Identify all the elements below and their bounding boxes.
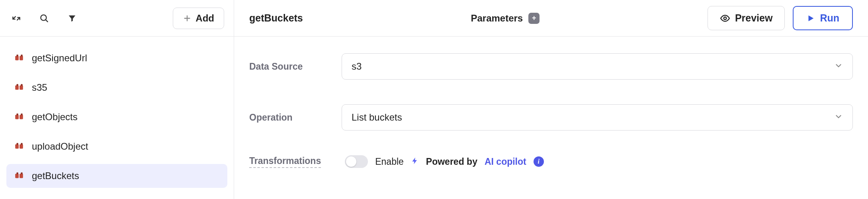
- sidebar-toolbar: Add: [0, 0, 234, 37]
- add-parameter-button[interactable]: +: [528, 13, 540, 24]
- svg-point-21: [724, 17, 727, 20]
- main-header: getBuckets Parameters + Preview Run: [234, 0, 868, 37]
- operation-label: Operation: [249, 112, 342, 123]
- query-item-label: uploadObject: [32, 141, 88, 152]
- enable-label: Enable: [375, 156, 404, 167]
- svg-rect-14: [20, 144, 23, 149]
- svg-rect-16: [21, 143, 22, 144]
- preview-button-label: Preview: [735, 12, 773, 24]
- query-icon: [14, 111, 25, 123]
- chevron-down-icon: [834, 61, 843, 72]
- sidebar-item-uploadobject[interactable]: uploadObject: [6, 135, 227, 158]
- query-item-label: getBuckets: [32, 170, 79, 181]
- data-source-value: s3: [352, 61, 362, 72]
- operation-select[interactable]: List buckets: [342, 104, 853, 131]
- main-panel: getBuckets Parameters + Preview Run Data…: [234, 0, 868, 199]
- toolbar-left: [10, 12, 79, 25]
- svg-rect-11: [17, 113, 18, 115]
- sidebar-item-getsignedurl[interactable]: getSignedUrl: [6, 46, 227, 70]
- powered-by-label: Powered by: [426, 156, 477, 167]
- sidebar-item-s35[interactable]: s35: [6, 76, 227, 100]
- eye-icon: [720, 13, 730, 23]
- svg-rect-6: [20, 86, 23, 90]
- operation-row: Operation List buckets: [249, 104, 853, 131]
- svg-rect-13: [15, 144, 19, 149]
- search-icon[interactable]: [37, 12, 51, 25]
- data-source-row: Data Source s3: [249, 53, 853, 80]
- ai-copilot-link[interactable]: AI copilot: [485, 156, 526, 167]
- play-icon: [806, 14, 815, 23]
- query-item-label: getSignedUrl: [32, 53, 87, 64]
- form-area: Data Source s3 Operation List buckets Tr…: [234, 37, 868, 185]
- svg-rect-15: [17, 143, 18, 144]
- svg-rect-5: [15, 86, 19, 90]
- transformations-row: Transformations Enable Powered by AI cop…: [249, 155, 853, 168]
- enable-toggle[interactable]: [345, 155, 368, 168]
- svg-rect-20: [21, 172, 22, 174]
- svg-rect-10: [20, 115, 23, 119]
- query-icon: [14, 82, 25, 93]
- query-icon: [14, 53, 25, 64]
- svg-rect-17: [15, 174, 19, 178]
- sidebar: Add getSignedUrl s35 getObjects uploa: [0, 0, 234, 199]
- sidebar-item-getbuckets[interactable]: getBuckets: [6, 164, 227, 188]
- query-item-label: s35: [32, 82, 47, 93]
- run-button-label: Run: [820, 12, 839, 24]
- header-center: Parameters +: [311, 13, 700, 24]
- operation-value: List buckets: [352, 112, 402, 123]
- add-button-label: Add: [195, 13, 214, 24]
- plus-icon: [183, 14, 192, 23]
- svg-rect-9: [15, 115, 19, 119]
- svg-rect-4: [21, 55, 22, 56]
- collapse-icon[interactable]: [10, 12, 23, 25]
- bolt-icon: [411, 156, 419, 167]
- svg-rect-18: [20, 174, 23, 178]
- query-icon: [14, 170, 25, 181]
- data-source-label: Data Source: [249, 61, 342, 72]
- run-button[interactable]: Run: [793, 6, 853, 30]
- chevron-down-icon: [834, 112, 843, 123]
- info-icon[interactable]: i: [534, 156, 544, 167]
- query-item-label: getObjects: [32, 111, 78, 123]
- svg-rect-2: [20, 56, 23, 60]
- sidebar-item-getobjects[interactable]: getObjects: [6, 105, 227, 129]
- parameters-label: Parameters: [471, 13, 523, 24]
- query-icon: [14, 141, 25, 152]
- preview-button[interactable]: Preview: [708, 6, 785, 30]
- svg-rect-3: [17, 55, 18, 56]
- data-source-select[interactable]: s3: [342, 53, 853, 80]
- toggle-knob: [346, 156, 356, 167]
- svg-rect-7: [17, 84, 18, 86]
- svg-rect-12: [21, 113, 22, 115]
- svg-rect-19: [17, 172, 18, 174]
- transformations-label: Transformations: [249, 156, 321, 168]
- query-title: getBuckets: [249, 12, 303, 24]
- header-actions: Preview Run: [708, 6, 853, 30]
- svg-rect-8: [21, 84, 22, 86]
- query-list: getSignedUrl s35 getObjects uploadObject…: [0, 37, 234, 197]
- transformations-controls: Enable Powered by AI copilot i: [345, 155, 544, 168]
- add-button[interactable]: Add: [173, 8, 224, 29]
- filter-icon[interactable]: [65, 12, 79, 25]
- svg-rect-1: [15, 56, 19, 60]
